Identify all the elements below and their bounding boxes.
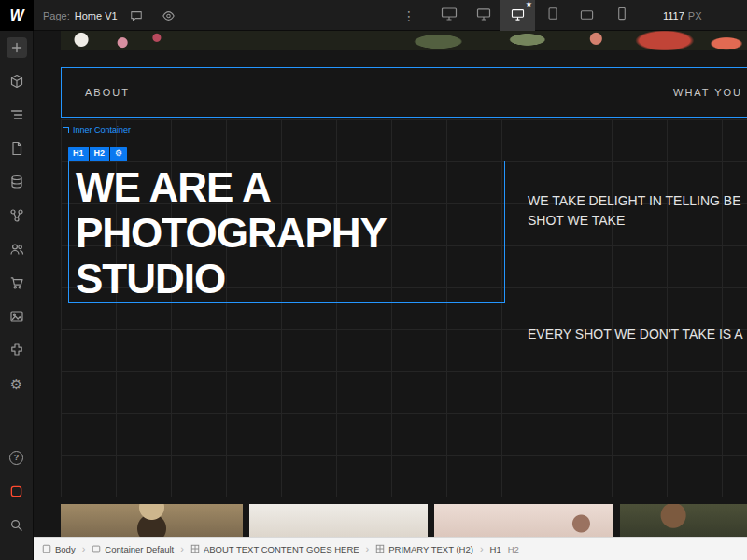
breadcrumb-about-text-content[interactable]: ABOUT TEXT CONTENT GOES HERE [190, 544, 359, 554]
design-canvas: ABOUT WHAT YOU N Inner Container H1 H2 ⚙… [34, 31, 747, 537]
paragraph-2-line-1: EVERY SHOT WE DON'T TAKE IS A [528, 325, 743, 344]
toolbar-bottom-group: ? [0, 441, 34, 541]
tablet-icon [546, 7, 559, 24]
pages-button[interactable] [0, 132, 34, 165]
phone-landscape-icon [580, 7, 594, 24]
red-square-icon [9, 484, 23, 498]
page-selector[interactable]: Page: Home V1 [43, 0, 118, 31]
hero-flower-image[interactable] [61, 31, 747, 50]
chevron-right-icon: › [180, 544, 184, 554]
updates-button[interactable] [0, 474, 34, 508]
plus-icon [7, 37, 27, 58]
grid-icon [375, 544, 385, 553]
apps-button[interactable] [0, 333, 34, 367]
kebab-icon: ⋮ [402, 8, 416, 23]
add-elements-button[interactable] [0, 31, 34, 64]
page-name: Home V1 [75, 10, 118, 21]
heading-line-3: STUDIO [76, 256, 504, 301]
more-menu-button[interactable]: ⋮ [400, 0, 418, 31]
comments-button[interactable] [123, 0, 149, 31]
breakpoint-desktop-active[interactable]: ★ [500, 0, 535, 31]
heading-line-2: PHOTOGRAPHY [76, 210, 504, 256]
monitor-xxl-icon [441, 7, 458, 24]
gallery-photo-1[interactable] [61, 504, 243, 537]
cube-icon [9, 74, 24, 89]
cart-icon [9, 275, 24, 290]
about-paragraph-2[interactable]: EVERY SHOT WE DON'T TAKE IS A [528, 325, 743, 344]
nav-link-about[interactable]: ABOUT [85, 87, 130, 98]
gallery-photo-row [61, 504, 747, 537]
gallery-photo-3[interactable] [434, 504, 613, 537]
breakpoint-mobile-portrait[interactable] [604, 0, 639, 31]
heading-line-1: WE ARE A [76, 164, 504, 210]
breakpoint-xl[interactable] [466, 0, 500, 31]
users-button[interactable] [0, 232, 34, 266]
element-class-h2-badge[interactable]: H2 [90, 147, 110, 161]
gallery-photo-2[interactable] [249, 504, 428, 537]
breakpoint-mobile-landscape[interactable] [570, 0, 604, 31]
page-icon [9, 141, 24, 156]
selected-heading-element[interactable]: WE ARE A PHOTOGRAPHY STUDIO [68, 161, 505, 303]
container-icon [92, 544, 101, 553]
ecommerce-button[interactable] [0, 266, 34, 300]
hero-heading[interactable]: WE ARE A PHOTOGRAPHY STUDIO [69, 161, 504, 301]
grid-icon [190, 544, 200, 553]
flow-branch-icon [9, 208, 24, 223]
users-icon [9, 242, 24, 257]
element-settings-gear-icon[interactable]: ⚙ [110, 147, 127, 161]
breadcrumb-h1-label: H1 [490, 544, 501, 554]
components-button[interactable] [0, 64, 34, 98]
canvas-width-unit: PX [688, 10, 702, 21]
gallery-photo-4[interactable] [620, 504, 747, 537]
help-button[interactable]: ? [0, 441, 34, 474]
webflow-logo[interactable]: W [0, 0, 34, 31]
eye-icon [162, 9, 176, 22]
breakpoint-tablet[interactable] [535, 0, 570, 31]
breadcrumb-container-label: Container Default [105, 544, 174, 554]
canvas-width-indicator[interactable]: 1117 PX [663, 0, 702, 31]
puzzle-icon [9, 343, 24, 357]
database-icon [9, 175, 24, 189]
comment-icon [130, 9, 143, 22]
question-glyph: ? [14, 453, 20, 462]
breakpoint-bar: ★ [431, 0, 639, 31]
breadcrumb-body[interactable]: Body [42, 544, 76, 554]
chevron-right-icon: › [366, 544, 370, 554]
gear-icon: ⚙ [10, 377, 22, 391]
paragraph-1-line-2: SHOT WE TAKE [528, 211, 740, 231]
element-tag-h1-badge[interactable]: H1 [68, 147, 89, 161]
breadcrumb-about-label: ABOUT TEXT CONTENT GOES HERE [204, 544, 359, 554]
breadcrumb-primary-text-label: PRIMARY TEXT (H2) [388, 544, 473, 554]
monitor-xl-icon [476, 7, 491, 24]
breakpoint-xxl[interactable] [431, 0, 466, 31]
navigator-button[interactable] [0, 98, 34, 132]
canvas-width-value: 1117 [663, 10, 684, 21]
chevron-right-icon: › [82, 544, 86, 554]
top-bar: W Page: Home V1 ⋮ ★ [0, 0, 747, 31]
selection-badges: H1 H2 ⚙ [68, 147, 127, 161]
settings-button[interactable]: ⚙ [0, 367, 34, 400]
image-icon [9, 309, 24, 324]
nav-container-selection[interactable]: ABOUT WHAT YOU N [61, 67, 747, 118]
logo-letter: W [9, 7, 23, 24]
inner-container-label[interactable]: Inner Container [63, 125, 131, 134]
preview-button[interactable] [155, 0, 181, 31]
layers-icon [9, 107, 24, 122]
breadcrumb-container-default[interactable]: Container Default [92, 544, 174, 554]
breadcrumb-primary-text[interactable]: PRIMARY TEXT (H2) [375, 544, 473, 554]
about-paragraph-1[interactable]: WE TAKE DELIGHT IN TELLING BE SHOT WE TA… [528, 191, 740, 231]
breadcrumb-body-label: Body [55, 544, 76, 554]
phone-portrait-icon [617, 7, 627, 24]
logic-button[interactable] [0, 199, 34, 232]
body-icon [42, 544, 51, 553]
webflow-designer: W Page: Home V1 ⋮ ★ [0, 0, 747, 560]
paragraph-1-line-1: WE TAKE DELIGHT IN TELLING BE [528, 191, 740, 211]
monitor-desktop-icon [511, 7, 525, 24]
assets-button[interactable] [0, 300, 34, 333]
nav-link-right[interactable]: WHAT YOU N [673, 87, 747, 98]
breadcrumb-h1[interactable]: H1 H2 [490, 544, 519, 554]
search-button[interactable] [0, 508, 34, 541]
page-label: Page: [43, 10, 70, 21]
cms-button[interactable] [0, 165, 34, 199]
chevron-right-icon: › [480, 544, 484, 554]
